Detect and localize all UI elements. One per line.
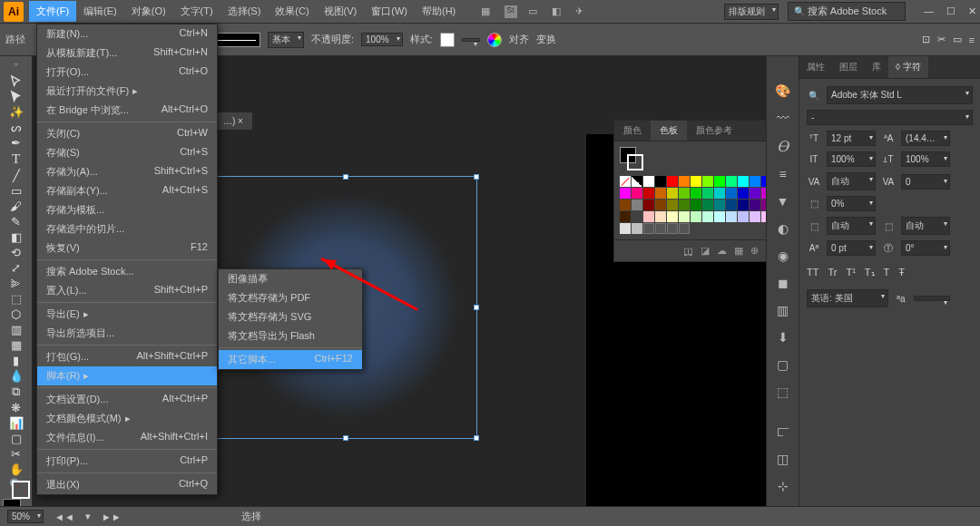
strike-button[interactable]: Ŧ	[898, 267, 905, 278]
allcaps-button[interactable]: TT	[807, 267, 818, 278]
swatch-cell[interactable]	[679, 211, 690, 222]
menu-view[interactable]: 视图(V)	[317, 1, 365, 22]
baseline-shift-field[interactable]: 0 pt	[827, 240, 876, 256]
swatch-cell[interactable]	[691, 188, 701, 199]
stroke-profile-dropdown[interactable]: 基本	[268, 32, 304, 48]
swatch-group-icon[interactable]	[655, 223, 666, 234]
eraser-tool[interactable]: ◧	[5, 230, 27, 244]
handle-mr[interactable]	[474, 305, 479, 310]
magic-wand-tool[interactable]: ✨	[5, 105, 27, 119]
swatch-cell[interactable]	[643, 211, 654, 222]
file-menu-item[interactable]: 文档颜色模式(M)	[37, 409, 217, 428]
file-menu-item[interactable]: 置入(L)...Shift+Ctrl+P	[37, 281, 217, 300]
swatch-cell[interactable]	[738, 188, 749, 199]
swatch-cell[interactable]	[761, 211, 766, 222]
stroke-panel-icon[interactable]: ≡	[775, 167, 791, 181]
menu-effect[interactable]: 效果(C)	[268, 1, 316, 22]
symbol-sprayer-tool[interactable]: ❋	[5, 401, 27, 414]
swatch-cell[interactable]	[726, 176, 737, 187]
swatch-cell[interactable]	[620, 223, 631, 234]
artboard-tool[interactable]: ▢	[5, 432, 27, 445]
brushes-icon[interactable]: 〰	[775, 111, 791, 125]
file-menu-item[interactable]: 恢复(V)F12	[37, 239, 217, 258]
file-menu-item[interactable]: 脚本(R)	[37, 366, 217, 385]
selection-tool[interactable]	[5, 74, 27, 88]
file-menu-item[interactable]: 搜索 Adobe Stock...	[37, 262, 217, 281]
toolbox-expand-icon[interactable]: »	[14, 60, 18, 69]
handle-tm[interactable]	[343, 174, 348, 180]
file-menu-item[interactable]: 导出所选项目...	[37, 324, 217, 343]
swatch-none[interactable]	[620, 176, 631, 187]
libraries-dock-icon[interactable]: ⬚	[775, 385, 791, 399]
swatch-cell[interactable]	[643, 200, 654, 210]
blend-tool[interactable]: ⧉	[5, 385, 27, 399]
layers-dock-icon[interactable]: ▥	[775, 303, 791, 317]
file-menu-item[interactable]: 文件信息(I)...Alt+Shift+Ctrl+I	[37, 428, 217, 447]
swatch-cell[interactable]	[702, 176, 713, 187]
char-rotate-field[interactable]: 0°	[901, 240, 950, 256]
swatch-cell[interactable]	[667, 176, 678, 187]
artboards-icon[interactable]: ▢	[775, 357, 791, 372]
swatch-cell[interactable]	[632, 188, 642, 199]
script-menu-item[interactable]: 将文档存储为 PDF	[219, 288, 362, 307]
underline-button[interactable]: T	[884, 267, 890, 278]
mesh-tool[interactable]: ▦	[5, 338, 27, 352]
swatch-cell[interactable]	[632, 200, 642, 210]
appearance-icon[interactable]: ◉	[775, 248, 791, 263]
swatch-group-icon[interactable]	[679, 223, 690, 234]
tracking-field[interactable]: 0	[901, 174, 950, 190]
lasso-tool[interactable]: ᔕ	[5, 121, 27, 134]
swatch-cell[interactable]	[750, 211, 760, 222]
rotate-tool[interactable]: ⟲	[5, 246, 27, 259]
edit-icon[interactable]: ▭	[953, 34, 962, 45]
swatch-cell[interactable]	[667, 211, 678, 222]
swatch-cell[interactable]	[714, 211, 725, 222]
swatch-cell[interactable]	[714, 200, 725, 210]
swatch-group-icon[interactable]	[643, 223, 654, 234]
swatch-cell[interactable]	[714, 188, 725, 199]
script-menu-item[interactable]: 将文档存储为 SVG	[219, 307, 362, 326]
antialias-dropdown[interactable]	[914, 296, 950, 301]
tab-libraries[interactable]: 库	[865, 56, 888, 78]
swatch-cell[interactable]	[691, 176, 701, 187]
direct-selection-tool[interactable]	[5, 90, 27, 103]
file-menu-item[interactable]: 新建(N)...Ctrl+N	[37, 24, 217, 44]
align-panel-icon[interactable]: ⫍	[775, 424, 791, 439]
swatch-new-group-icon[interactable]: ⊕	[750, 245, 759, 257]
pen-tool[interactable]: ✒	[5, 136, 27, 150]
free-transform-tool[interactable]: ⬚	[5, 292, 27, 306]
gradient-tool[interactable]: ▮	[5, 354, 27, 367]
swatch-cell[interactable]	[726, 211, 737, 222]
kerning-field[interactable]: 自动	[827, 172, 876, 190]
artboard-nav-next-icon[interactable]: ►►	[102, 511, 122, 522]
file-menu-item[interactable]: 文档设置(D)...Alt+Ctrl+P	[37, 390, 217, 409]
font-size-field[interactable]: 12 pt	[827, 131, 876, 146]
tab-swatches[interactable]: 色板	[651, 121, 687, 141]
feedback-icon[interactable]: ✈	[575, 5, 588, 18]
font-search-icon[interactable]: 🔍	[807, 91, 821, 101]
snap-field[interactable]: 0%	[827, 196, 876, 211]
bridge-icon[interactable]: ▦	[481, 5, 494, 18]
gradient-panel-icon[interactable]: ▼	[775, 194, 791, 209]
swatch-group-icon[interactable]	[667, 223, 678, 234]
file-menu-item[interactable]: 在 Bridge 中浏览...Alt+Ctrl+O	[37, 101, 217, 120]
align-label[interactable]: 对齐	[509, 33, 529, 46]
baseline-alt2-field[interactable]: 自动	[901, 217, 950, 235]
menu-type[interactable]: 文字(T)	[173, 1, 220, 22]
swatch-cell[interactable]	[667, 188, 678, 199]
style-dropdown[interactable]	[462, 38, 480, 42]
perspective-tool[interactable]: ▥	[5, 323, 27, 336]
menu-object[interactable]: 对象(O)	[124, 1, 173, 22]
stock-icon[interactable]: St	[505, 5, 517, 18]
swatch-cell[interactable]	[655, 176, 666, 187]
style-swatch[interactable]	[440, 33, 455, 47]
swatch-cell[interactable]	[620, 188, 631, 199]
minimize-icon[interactable]: —	[924, 5, 934, 17]
script-menu-item[interactable]: 其它脚本...Ctrl+F12	[219, 350, 362, 369]
swatch-cell[interactable]	[643, 188, 654, 199]
panel-menu-icon[interactable]: ≡	[969, 34, 975, 45]
swatch-cell[interactable]	[632, 223, 642, 234]
symbols-icon[interactable]: Ɵ	[775, 138, 791, 154]
swatch-cell[interactable]	[679, 176, 690, 187]
document-tab[interactable]: …) ×	[214, 112, 252, 130]
